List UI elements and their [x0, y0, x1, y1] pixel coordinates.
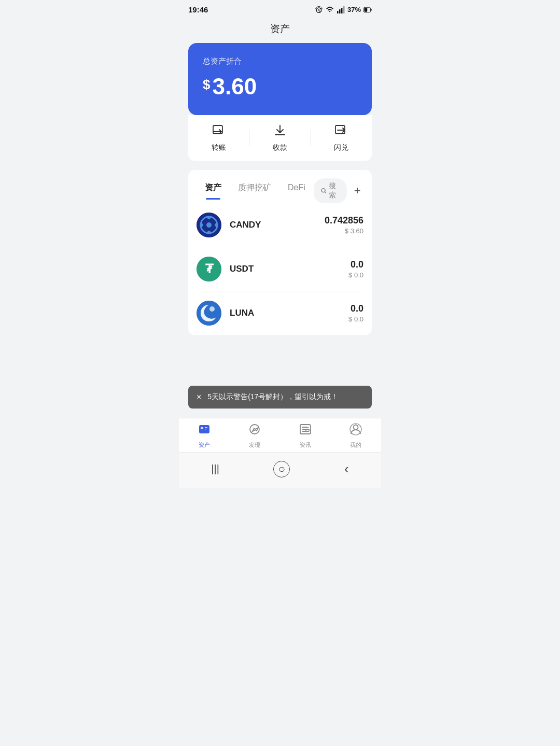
search-label: 搜索 [329, 181, 340, 200]
luna-usd: $ 0.0 [348, 315, 363, 323]
svg-point-15 [200, 223, 203, 227]
luna-amounts: 0.0 $ 0.0 [348, 303, 363, 323]
battery-icon [363, 6, 372, 14]
nav-profile[interactable]: 我的 [331, 423, 382, 449]
luna-icon [197, 301, 221, 326]
svg-rect-3 [341, 8, 343, 13]
nav-discover[interactable]: 发现 [230, 423, 281, 449]
bottom-nav: 资产 发现 资讯 我的 [179, 418, 381, 452]
svg-rect-24 [205, 429, 206, 430]
search-icon [321, 187, 327, 194]
sys-back-button[interactable]: ‹ [334, 459, 359, 479]
search-button[interactable]: 搜索 [314, 178, 347, 203]
tabs-section: 资产 质押挖矿 DeFi 搜索 + [188, 170, 372, 203]
nav-discover-label: 发现 [249, 441, 260, 449]
empty-space [179, 335, 381, 376]
candy-usd: $ 3.60 [325, 227, 363, 235]
candy-name: CANDY [230, 220, 325, 230]
tab-defi[interactable]: DeFi [279, 183, 314, 199]
svg-rect-1 [337, 11, 339, 13]
toast-message: 5天以示警告(17号解封），望引以为戒！ [207, 392, 338, 402]
svg-point-16 [215, 223, 218, 227]
nav-assets-icon [198, 423, 211, 439]
nav-news[interactable]: 资讯 [280, 423, 331, 449]
token-row-luna[interactable]: LUNA 0.0 $ 0.0 [197, 291, 363, 335]
status-icons: 37% [315, 6, 372, 14]
tab-staking[interactable]: 质押挖矿 [230, 182, 279, 200]
token-row-candy[interactable]: CANDY 0.742856 $ 3.60 [197, 203, 363, 247]
wifi-icon [326, 6, 334, 14]
transfer-button[interactable]: 转账 [188, 123, 249, 152]
transfer-label: 转账 [212, 143, 226, 152]
svg-text:₮: ₮ [205, 262, 214, 276]
tabs-row: 资产 质押挖矿 DeFi 搜索 + [197, 178, 363, 203]
transfer-icon [212, 123, 226, 140]
toast-notification: × 5天以示警告(17号解封），望引以为戒！ [188, 386, 372, 409]
signal-icon [337, 6, 345, 14]
total-amount: 3.60 [212, 74, 257, 100]
luna-amount: 0.0 [348, 303, 363, 314]
token-list: CANDY 0.742856 $ 3.60 ₮ USDT 0.0 $ 0.0 [188, 203, 372, 335]
svg-point-13 [207, 216, 211, 219]
flash-icon [334, 123, 348, 140]
status-time: 19:46 [188, 5, 208, 14]
svg-point-28 [354, 425, 358, 430]
page-title: 资产 [270, 23, 290, 34]
flash-label: 闪兑 [334, 143, 348, 152]
add-button[interactable]: + [351, 183, 363, 199]
tab-assets[interactable]: 资产 [197, 182, 230, 200]
system-nav-bar: ||| ○ ‹ [179, 452, 381, 488]
receive-label: 收款 [273, 143, 287, 152]
usdt-name: USDT [230, 264, 348, 274]
luna-name: LUNA [230, 308, 348, 318]
svg-rect-22 [201, 427, 203, 429]
nav-news-icon [299, 423, 312, 439]
asset-card-amount: $ 3.60 [203, 74, 357, 100]
sys-menu-button[interactable]: ||| [201, 461, 230, 477]
svg-rect-6 [364, 8, 367, 11]
svg-point-20 [209, 306, 215, 312]
usdt-icon: ₮ [197, 257, 221, 281]
receive-icon [273, 123, 287, 140]
toast-close-button[interactable]: × [197, 392, 201, 402]
svg-rect-23 [205, 427, 207, 428]
action-bar: 转账 收款 闪兑 [188, 115, 372, 161]
flash-button[interactable]: 闪兑 [311, 123, 372, 152]
page-header: 资产 [179, 17, 381, 43]
svg-rect-2 [339, 9, 341, 13]
svg-rect-27 [306, 429, 309, 431]
alarm-icon [315, 6, 323, 14]
battery-percent: 37% [347, 6, 361, 13]
usdt-usd: $ 0.0 [348, 271, 363, 279]
usdt-amount: 0.0 [348, 259, 363, 270]
nav-discover-icon [248, 423, 261, 439]
candy-amounts: 0.742856 $ 3.60 [325, 215, 363, 235]
svg-point-19 [197, 301, 221, 326]
candy-amount: 0.742856 [325, 215, 363, 226]
usdt-amounts: 0.0 $ 0.0 [348, 259, 363, 279]
asset-card-label: 总资产折合 [203, 57, 357, 66]
nav-profile-label: 我的 [350, 441, 361, 449]
svg-rect-4 [343, 6, 345, 13]
sys-home-button[interactable]: ○ [273, 461, 290, 477]
svg-point-9 [321, 189, 325, 192]
nav-assets-label: 资产 [199, 441, 210, 449]
svg-rect-21 [199, 425, 209, 433]
asset-card: 总资产折合 $ 3.60 [188, 43, 372, 115]
currency-symbol: $ [203, 77, 210, 93]
token-row-usdt[interactable]: ₮ USDT 0.0 $ 0.0 [197, 247, 363, 291]
candy-icon [197, 213, 221, 237]
status-bar: 19:46 37% [179, 0, 381, 17]
nav-profile-icon [349, 423, 362, 439]
svg-point-14 [207, 231, 211, 234]
receive-button[interactable]: 收款 [249, 123, 310, 152]
nav-assets[interactable]: 资产 [179, 423, 230, 449]
svg-point-12 [206, 222, 212, 228]
nav-news-label: 资讯 [300, 441, 311, 449]
